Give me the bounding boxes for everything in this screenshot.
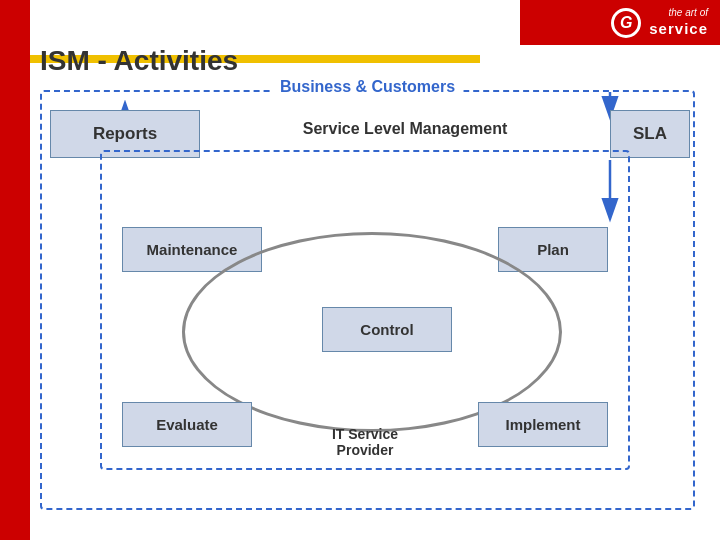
maintenance-label: Maintenance xyxy=(147,241,238,258)
logo-art-of: the art of xyxy=(649,6,708,19)
reports-label: Reports xyxy=(93,124,157,144)
control-label: Control xyxy=(360,321,413,338)
evaluate-box: Evaluate xyxy=(122,402,252,447)
logo-service: service xyxy=(649,19,708,39)
it-label-line1: IT Service xyxy=(332,426,398,442)
it-service-provider-label: IT Service Provider xyxy=(332,426,398,458)
evaluate-label: Evaluate xyxy=(156,416,218,433)
diagram-area: Business & Customers Reports SLA Servic xyxy=(40,90,700,520)
plan-label: Plan xyxy=(537,241,569,258)
logo-text: the art of service xyxy=(649,6,708,39)
slm-label: Service Level Management xyxy=(215,120,595,138)
page-title: ISM - Activities xyxy=(40,45,238,77)
left-accent-bar xyxy=(0,0,30,540)
inner-box-it-provider: Maintenance Plan Control Evaluate Implem… xyxy=(100,150,630,470)
implement-label: Implement xyxy=(505,416,580,433)
implement-box: Implement xyxy=(478,402,608,447)
logo-bar: G the art of service xyxy=(520,0,720,45)
outer-box-label: Business & Customers xyxy=(272,78,463,96)
it-label-line2: Provider xyxy=(332,442,398,458)
control-box: Control xyxy=(322,307,452,352)
sla-label: SLA xyxy=(633,124,667,144)
logo-icon: G xyxy=(611,8,641,38)
